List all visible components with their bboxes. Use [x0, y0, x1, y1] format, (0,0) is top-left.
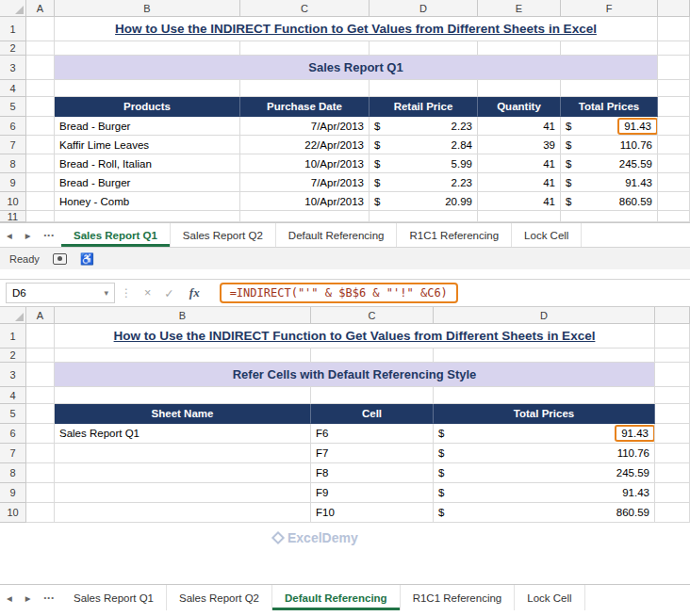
- cell-empty[interactable]: [655, 503, 690, 523]
- tab-overflow-icon[interactable]: •••: [38, 585, 61, 610]
- cell-purchase-date[interactable]: 7/Apr/2013: [240, 117, 370, 136]
- tab-nav-right-icon[interactable]: ▸: [19, 223, 38, 247]
- cell-product[interactable]: Bread - Burger: [55, 117, 240, 136]
- tab-sales-report-q1[interactable]: Sales Report Q1: [61, 223, 171, 247]
- table-header-sheet-name[interactable]: Sheet Name: [55, 404, 311, 424]
- row-header[interactable]: 8: [0, 154, 26, 173]
- cell-retail-price[interactable]: $20.99: [370, 192, 478, 211]
- table-header-quantity[interactable]: Quantity: [478, 97, 561, 117]
- cell-empty[interactable]: [55, 41, 240, 56]
- cell-empty[interactable]: [658, 136, 690, 154]
- section-banner[interactable]: Refer Cells with Default Referencing Sty…: [55, 363, 655, 387]
- table-header-purchase-date[interactable]: Purchase Date: [240, 97, 370, 117]
- cell-product[interactable]: Honey - Comb: [55, 192, 240, 211]
- cell-empty[interactable]: [26, 444, 55, 463]
- col-header-b[interactable]: B: [55, 307, 311, 324]
- cell-total-price[interactable]: $245.59: [561, 154, 658, 173]
- cell-empty[interactable]: [655, 463, 690, 483]
- cell-sheet-name[interactable]: Sales Report Q1: [55, 424, 311, 444]
- cell-empty[interactable]: [26, 404, 55, 424]
- cell-product[interactable]: Bread - Burger: [55, 173, 240, 192]
- row-header[interactable]: 9: [0, 483, 26, 503]
- cell-empty[interactable]: [370, 211, 478, 222]
- cell-empty[interactable]: [655, 363, 690, 387]
- cell-empty[interactable]: [478, 80, 561, 97]
- cell-empty[interactable]: [655, 424, 690, 444]
- row-header[interactable]: 7: [0, 444, 26, 463]
- cell-purchase-date[interactable]: 10/Apr/2013: [240, 192, 370, 211]
- table-header-retail-price[interactable]: Retail Price: [370, 97, 478, 117]
- row-header[interactable]: 8: [0, 463, 26, 483]
- cell-empty[interactable]: [240, 211, 370, 222]
- cell-empty[interactable]: [26, 17, 55, 41]
- row-header[interactable]: 3: [0, 56, 26, 80]
- cell-empty[interactable]: [658, 154, 690, 173]
- cell-empty[interactable]: [311, 349, 434, 363]
- cell-reference[interactable]: F9: [311, 483, 434, 503]
- tab-sales-report-q2[interactable]: Sales Report Q2: [171, 223, 276, 247]
- cell-empty[interactable]: [658, 17, 690, 41]
- col-header-e[interactable]: E: [478, 0, 561, 17]
- cell-total-price[interactable]: $860.59: [561, 192, 658, 211]
- tab-nav-left-icon[interactable]: ◂: [0, 585, 19, 610]
- cell-empty[interactable]: [26, 117, 55, 136]
- cell-empty[interactable]: [311, 387, 434, 404]
- cell-empty[interactable]: [26, 387, 55, 404]
- cell-empty[interactable]: [658, 97, 690, 117]
- cell-product[interactable]: Kaffir Lime Leaves: [55, 136, 240, 154]
- cell-purchase-date[interactable]: 10/Apr/2013: [240, 154, 370, 173]
- cell-sheet-name[interactable]: [55, 444, 311, 463]
- cell-empty[interactable]: [658, 41, 690, 56]
- tab-default-referencing[interactable]: Default Referencing: [272, 585, 401, 610]
- tab-nav-left-icon[interactable]: ◂: [0, 223, 19, 247]
- drag-handle-icon[interactable]: ⋮: [115, 286, 138, 300]
- cell-empty[interactable]: [55, 387, 311, 404]
- table-header-products[interactable]: Products: [55, 97, 240, 117]
- cell-empty[interactable]: [655, 404, 690, 424]
- cell-empty[interactable]: [55, 211, 240, 222]
- col-header-c[interactable]: C: [240, 0, 370, 17]
- row-header[interactable]: 9: [0, 173, 26, 192]
- cell-empty[interactable]: [655, 387, 690, 404]
- tab-nav-right-icon[interactable]: ▸: [19, 585, 38, 610]
- name-box[interactable]: D6 ▾: [6, 283, 115, 303]
- col-header-d[interactable]: D: [434, 307, 655, 324]
- table-header-total-prices[interactable]: Total Prices: [434, 404, 655, 424]
- formula-input[interactable]: =INDIRECT("'" & $B$6 & "'!" &C6): [220, 283, 458, 303]
- cell-empty[interactable]: [434, 387, 655, 404]
- cell-empty[interactable]: [655, 324, 690, 349]
- cell-empty[interactable]: [658, 192, 690, 211]
- cell-sheet-name[interactable]: [55, 463, 311, 483]
- col-header-c[interactable]: C: [311, 307, 434, 324]
- cell-sheet-name[interactable]: [55, 503, 311, 523]
- row-header[interactable]: 10: [0, 192, 26, 211]
- cell-empty[interactable]: [26, 173, 55, 192]
- row-header[interactable]: 3: [0, 363, 26, 387]
- cell-quantity[interactable]: 41: [478, 117, 561, 136]
- tab-r1c1-referencing[interactable]: R1C1 Referencing: [397, 223, 512, 247]
- cell-product[interactable]: Bread - Roll, Italian: [55, 154, 240, 173]
- tab-lock-cell[interactable]: Lock Cell: [515, 585, 584, 610]
- cell-empty[interactable]: [26, 211, 55, 222]
- select-all-corner[interactable]: [0, 0, 26, 17]
- cell-empty[interactable]: [26, 503, 55, 523]
- cell-empty[interactable]: [561, 41, 658, 56]
- cell-empty[interactable]: [370, 41, 478, 56]
- row-header[interactable]: 5: [0, 404, 26, 424]
- cancel-icon[interactable]: ×: [138, 286, 157, 300]
- cell-empty[interactable]: [240, 80, 370, 97]
- table-header-total-prices[interactable]: Total Prices: [561, 97, 658, 117]
- row-header[interactable]: 1: [0, 17, 26, 41]
- col-header-a[interactable]: A: [26, 307, 55, 324]
- cell-reference[interactable]: F8: [311, 463, 434, 483]
- cell-empty[interactable]: [26, 324, 55, 349]
- cell-empty[interactable]: [658, 211, 690, 222]
- cell-empty[interactable]: [478, 41, 561, 56]
- cell-empty[interactable]: [658, 117, 690, 136]
- cell-total-price[interactable]: $245.59: [434, 463, 655, 483]
- row-header[interactable]: 6: [0, 424, 26, 444]
- cell-empty[interactable]: [26, 483, 55, 503]
- tab-sales-report-q1[interactable]: Sales Report Q1: [61, 585, 167, 610]
- cell-empty[interactable]: [658, 173, 690, 192]
- row-header[interactable]: 1: [0, 324, 26, 349]
